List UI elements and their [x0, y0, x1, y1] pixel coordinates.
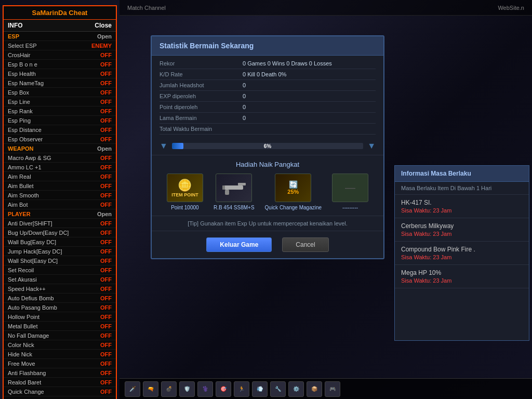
cheat-row-value: Open [97, 145, 112, 152]
cheat-row[interactable]: Aim Smooth OFF [4, 191, 116, 200]
cheat-row-label: Aim Smooth [8, 192, 39, 198]
stats-val: 0 [243, 82, 246, 88]
info-item-time: Sisa Waktu: 23 Jam [401, 231, 523, 237]
bottom-icon-11[interactable]: 🎮 [325, 381, 340, 397]
cheat-row[interactable]: Esp Distance OFF [4, 125, 116, 135]
bottom-icon-2[interactable]: 💣 [161, 381, 177, 397]
cheat-row[interactable]: Esp NameTag OFF [4, 78, 116, 88]
rewards-title: Hadiah Naik Pangkat [159, 161, 376, 168]
cheat-row[interactable]: Aim Bot OFF [4, 200, 116, 209]
cheat-row-label: Anti Flashbang [8, 370, 46, 376]
cheat-row[interactable]: Hide Nick OFF [4, 350, 116, 359]
stats-row: EXP diperoleh 0 [159, 91, 376, 102]
cheat-row[interactable]: Wall Bug[Easy DC] OFF [4, 237, 116, 247]
tip-text: [Tip] Gunakan item Exp Up untuk memperce… [152, 216, 383, 231]
cheat-row[interactable]: Free Move OFF [4, 359, 116, 368]
cheat-row[interactable]: Macro Awp & SG OFF [4, 153, 116, 163]
cheat-row[interactable]: Esp Line OFF [4, 97, 116, 107]
cheat-row[interactable]: Quick Change OFF [4, 387, 116, 396]
reward-icon-rb-gun [216, 174, 252, 202]
cheat-row[interactable]: Esp Box OFF [4, 88, 116, 97]
bottom-icon-6[interactable]: 🏃 [234, 381, 249, 397]
cheat-row[interactable]: WEAPON Open [4, 144, 116, 153]
cheat-row[interactable]: Aim Bullet OFF [4, 181, 116, 191]
cheat-row-value: OFF [100, 379, 112, 385]
cheat-row[interactable]: Aim Real OFF [4, 172, 116, 181]
cheat-row[interactable]: Auto Defius Bomb OFF [4, 294, 116, 303]
cheat-rows: ESP Open Select ESP ENEMY CrosHair OFF E… [4, 32, 116, 399]
close-button[interactable]: Close [95, 22, 112, 29]
cheat-row[interactable]: CrosHair OFF [4, 50, 116, 60]
cheat-row-label: Aim Real [8, 174, 31, 180]
stats-row: Lama Bermain 0 [159, 113, 376, 124]
cheat-row[interactable]: Metal Bullet OFF [4, 322, 116, 331]
cheat-title: SaMarinDa Cheat [4, 6, 116, 20]
bottom-icon-7[interactable]: 💨 [252, 381, 268, 397]
bottom-icon-8[interactable]: 🔧 [270, 381, 286, 397]
cheat-row-value: OFF [100, 276, 112, 283]
cheat-row[interactable]: Set Recoil OFF [4, 265, 116, 275]
cheat-row-value: Open [97, 33, 112, 39]
bottom-icon-3[interactable]: 🛡️ [179, 381, 195, 397]
cancel-button[interactable]: Cancel [282, 237, 328, 252]
stats-val: 0 Kill 0 Death 0% [243, 71, 286, 77]
cheat-row-value: OFF [100, 164, 112, 170]
cheat-row-label: Esp Box [8, 89, 29, 96]
stats-table: Rekor 0 Games 0 Wins 0 Draws 0 Losses K/… [152, 56, 383, 137]
cheat-row[interactable]: Select ESP ENEMY [4, 41, 116, 50]
cheat-row-value: OFF [100, 202, 112, 208]
cheat-row[interactable]: Anti Flashbang OFF [4, 368, 116, 378]
cheat-row[interactable]: Realod Baret OFF [4, 378, 116, 387]
cheat-row-label: Hollow Point [8, 314, 39, 320]
cheat-panel: SaMarinDa Cheat INFO Close ESP Open Sele… [3, 5, 117, 399]
stats-row: Jumlah Headshot 0 [159, 80, 376, 91]
cheat-row[interactable]: Quick Reload OFF [4, 396, 116, 399]
cheat-row-value: OFF [100, 174, 112, 180]
cheat-row-label: CrosHair [8, 52, 30, 58]
cheat-row-value: OFF [100, 117, 112, 124]
cheat-row-value: OFF [100, 155, 112, 161]
stats-val: 0 Games 0 Wins 0 Draws 0 Losses [243, 60, 332, 66]
info-panel-title: Informasi Masa Berlaku [395, 166, 529, 182]
cheat-row-value: OFF [100, 323, 112, 329]
cheat-row[interactable]: Wall Shot[Easy DC] OFF [4, 256, 116, 265]
bottom-icon-0[interactable]: 🗡️ [125, 381, 140, 397]
cheat-row[interactable]: Jump Hack[Easy DC] OFF [4, 247, 116, 256]
cheat-row-value: OFF [100, 351, 112, 357]
cheat-row[interactable]: Esp B o n e OFF [4, 60, 116, 69]
cheat-row-label: Macro Awp & SG [8, 155, 51, 161]
progress-arrow-left: ▼ [159, 141, 168, 151]
cheat-row[interactable]: PLAYER Open [4, 209, 116, 219]
cheat-row[interactable]: No Fall Damage OFF [4, 331, 116, 340]
info-item: HK-417 SI. Sisa Waktu: 23 Jam [395, 195, 529, 218]
cheat-row[interactable]: Esp Rank OFF [4, 107, 116, 116]
cheat-row[interactable]: ESP Open [4, 32, 116, 41]
cheat-row[interactable]: Esp Observer OFF [4, 135, 116, 144]
bottom-icon-5[interactable]: 🎯 [216, 381, 231, 397]
bottom-icon-10[interactable]: 📦 [307, 381, 322, 397]
website-text: WebSite.n [498, 5, 524, 11]
cheat-row-value: OFF [100, 52, 112, 58]
cheat-row[interactable]: Hollow Point OFF [4, 312, 116, 322]
bottom-icon-9[interactable]: ⚙️ [288, 381, 304, 397]
keluar-button[interactable]: Keluar Game [206, 237, 272, 252]
cheat-row[interactable]: Esp Ping OFF [4, 116, 116, 125]
cheat-row-label: Esp Ping [8, 117, 31, 124]
cheat-row[interactable]: Speed Hack++ OFF [4, 284, 116, 294]
cheat-row-label: Set Akurasi [8, 276, 37, 283]
cheat-row[interactable]: Ammo LC +1 OFF [4, 163, 116, 172]
reward-icon-quick-reload: 🔄 25% [275, 174, 311, 202]
stats-key: K/D Rate [159, 71, 243, 77]
cheat-row-value: OFF [100, 192, 112, 198]
cheat-row[interactable]: Bug Up/Down[Easy DC] OFF [4, 228, 116, 237]
cheat-row-label: Esp B o n e [8, 61, 37, 68]
cheat-row[interactable]: Set Akurasi OFF [4, 275, 116, 284]
cheat-row-value: OFF [100, 304, 112, 311]
cheat-row[interactable]: Esp Health OFF [4, 69, 116, 78]
cheat-row-value: OFF [100, 389, 112, 395]
cheat-row[interactable]: Color Nick OFF [4, 340, 116, 350]
bottom-icon-4[interactable]: ⚕️ [197, 381, 213, 397]
bottom-icon-1[interactable]: 🔫 [143, 381, 158, 397]
cheat-row[interactable]: Anti Diver[SHIFT] OFF [4, 219, 116, 228]
cheat-row[interactable]: Auto Pasang Bomb OFF [4, 303, 116, 312]
